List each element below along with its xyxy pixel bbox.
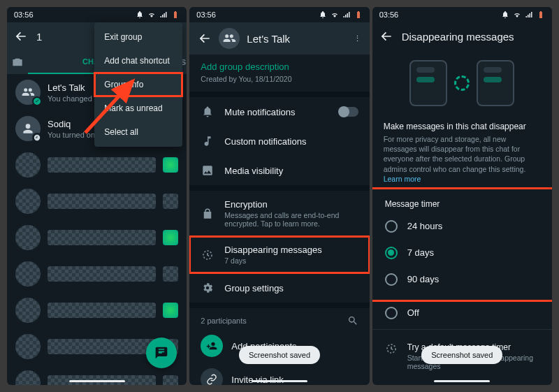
illustration-phone-right (477, 60, 514, 106)
screen-disappearing-messages: 03:56 Disappearing messages Make message… (372, 7, 552, 385)
menu-add-shortcut[interactable]: Add chat shortcut (94, 49, 182, 73)
description-text: For more privacy and storage, all new me… (384, 134, 541, 184)
wifi-icon (513, 10, 521, 19)
description-block: Make messages in this chat disappear For… (372, 116, 552, 189)
created-by: Created by You, 18/11/2020 (201, 75, 358, 83)
camera-icon (12, 57, 23, 68)
radio-off[interactable]: Off (372, 300, 552, 326)
participants-count: 2 participants (201, 317, 246, 325)
signal-icon (159, 10, 168, 19)
selected-check-icon (32, 96, 42, 106)
row-media-visibility[interactable]: Media visibility (189, 156, 369, 185)
lock-icon (201, 208, 214, 220)
back-icon[interactable] (379, 29, 393, 43)
timer-icon (385, 342, 398, 355)
row-label: Invite via link (231, 375, 283, 385)
gear-icon (201, 282, 214, 294)
timer-header: Message timer (378, 192, 546, 213)
row-label: Encryption (224, 199, 358, 210)
timer-badge-icon (32, 133, 42, 143)
screen-chat-list: 03:56 1 CHATS 11 S (7, 7, 187, 385)
search-icon[interactable] (347, 315, 358, 326)
illustration (372, 50, 552, 116)
screen-group-info: 03:56 Let's Talk ⋮ Add group description… (189, 7, 369, 385)
chat-row-redacted[interactable] (7, 147, 187, 183)
menu-select-all[interactable]: Select all (94, 120, 182, 144)
chat-icon (154, 346, 168, 360)
row-label: Disappearing messages (224, 245, 358, 255)
battery-icon (171, 10, 180, 19)
menu-mark-unread[interactable]: Mark as unread (94, 96, 182, 120)
bell-icon (201, 106, 214, 118)
signal-icon (342, 10, 351, 19)
chat-row-redacted[interactable] (7, 183, 187, 219)
row-sublabel: 7 days (224, 256, 358, 265)
status-bar: 03:56 (7, 7, 187, 22)
row-label: Media visibility (224, 166, 358, 176)
link-icon (201, 368, 223, 385)
row-encryption[interactable]: Encryption Messages and calls are end-to… (189, 191, 369, 236)
status-bar: 03:56 (189, 7, 369, 22)
signal-icon (525, 10, 533, 19)
wifi-icon (331, 10, 339, 19)
illustration-phone-left (409, 60, 447, 106)
row-mute-notifications[interactable]: Mute notifications (189, 97, 369, 126)
bell-off-icon (501, 10, 509, 19)
description-body: For more privacy and storage, all new me… (384, 135, 526, 173)
battery-icon (354, 10, 363, 19)
app-bar: Disappearing messages (372, 22, 552, 50)
menu-exit-group[interactable]: Exit group (94, 25, 182, 49)
radio-90-days[interactable]: 90 days (378, 266, 546, 293)
status-time: 03:56 (14, 10, 34, 19)
group-header: Let's Talk ⋮ (189, 22, 369, 55)
radio-label: 90 days (407, 274, 440, 284)
bell-off-icon (136, 10, 144, 19)
tab-camera[interactable] (7, 50, 28, 74)
nav-handle (434, 380, 490, 382)
battery-icon (537, 10, 545, 19)
group-title: Let's Talk (247, 33, 346, 45)
illustration-timer-icon (454, 75, 470, 91)
group-avatar[interactable] (219, 28, 240, 49)
toast: Screenshot saved (421, 346, 502, 364)
image-icon (201, 164, 214, 177)
row-disappearing-messages[interactable]: Disappearing messages 7 days (189, 236, 369, 273)
note-icon (201, 135, 214, 147)
status-icons (136, 10, 180, 19)
radio-icon (385, 220, 398, 233)
status-icons (501, 10, 545, 19)
learn-more-link[interactable]: Learn more (384, 175, 421, 183)
back-icon[interactable] (14, 29, 28, 43)
add-person-icon (201, 335, 223, 357)
row-custom-notifications[interactable]: Custom notifications (189, 126, 369, 156)
menu-group-info[interactable]: Group info (94, 73, 182, 96)
row-group-settings[interactable]: Group settings (189, 273, 369, 303)
radio-24-hours[interactable]: 24 hours (378, 213, 546, 240)
row-label: Custom notifications (224, 136, 358, 147)
nav-handle (69, 380, 125, 382)
radio-label: Off (407, 307, 419, 318)
row-label: Mute notifications (224, 107, 328, 117)
participants-header: 2 participants (189, 308, 369, 329)
toast: Screenshot saved (239, 346, 320, 364)
timer-icon (201, 249, 214, 261)
context-menu: Exit group Add chat shortcut Group info … (94, 22, 182, 147)
bell-off-icon (319, 10, 327, 19)
group-icon (21, 85, 35, 99)
wifi-icon (147, 10, 156, 19)
chat-row-redacted[interactable] (7, 219, 187, 256)
back-icon[interactable] (198, 31, 212, 45)
message-timer-group: Message timer 24 hours 7 days 90 days (372, 189, 552, 300)
row-label: Group settings (224, 283, 358, 293)
radio-label: 7 days (407, 247, 434, 258)
chat-row-redacted[interactable] (7, 256, 187, 292)
more-icon[interactable]: ⋮ (354, 34, 361, 43)
mute-toggle[interactable] (339, 107, 358, 117)
chat-row-redacted[interactable] (7, 292, 187, 328)
radio-7-days[interactable]: 7 days (378, 240, 546, 266)
person-icon (21, 122, 35, 136)
new-chat-fab[interactable] (146, 337, 177, 368)
row-sublabel: Messages and calls are end-to-end encryp… (224, 211, 358, 228)
add-description-link[interactable]: Add group description (201, 61, 358, 72)
status-time: 03:56 (379, 10, 399, 19)
